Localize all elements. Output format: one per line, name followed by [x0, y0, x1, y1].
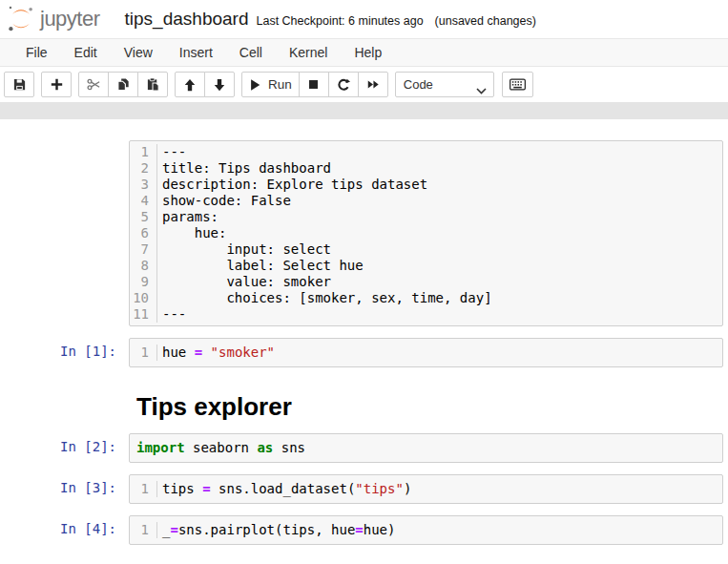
code-line: 1hue = "smoker" — [130, 345, 722, 361]
stop-icon — [307, 78, 320, 91]
fast-forward-icon — [366, 78, 380, 91]
cell-prompt: In [1]: — [0, 338, 129, 367]
markdown-heading: Tips explorer — [136, 392, 728, 422]
line-number: 1 — [130, 345, 157, 361]
copy-icon — [116, 77, 131, 92]
menu-view[interactable]: View — [111, 39, 166, 66]
menu-kernel[interactable]: Kernel — [276, 39, 341, 66]
arrow-up-icon — [183, 78, 197, 92]
cell-prompt: In [2]: — [0, 433, 129, 463]
code-line: 1tips = sns.load_dataset("tips") — [130, 481, 722, 497]
paste-cell-button[interactable] — [137, 72, 168, 97]
line-number: 6 — [130, 225, 157, 241]
code-line: 9 value: smoker — [130, 274, 722, 290]
code-line: 5params: — [130, 209, 722, 225]
line-number: 1 — [130, 522, 157, 538]
line-number: 11 — [130, 306, 157, 323]
keyboard-icon — [510, 78, 526, 91]
line-number: 1 — [130, 481, 157, 497]
app-header: jupyter tips_dashboard Last Checkpoint: … — [0, 0, 728, 38]
jupyter-logo-text: jupyter — [40, 7, 100, 31]
cell-input-area[interactable]: 1tips = sns.load_dataset("tips") — [129, 474, 723, 504]
cell-prompt — [0, 140, 129, 326]
menu-file[interactable]: File — [12, 39, 61, 66]
line-number: 8 — [130, 258, 157, 274]
move-cell-down-button[interactable] — [204, 72, 235, 97]
unsaved-changes-indicator: (unsaved changes) — [435, 14, 536, 28]
menu-help[interactable]: Help — [341, 39, 395, 66]
cut-cell-button[interactable] — [78, 72, 109, 97]
code-line: 7 input: select — [130, 241, 722, 258]
run-icon — [249, 78, 261, 92]
cell-prompt — [0, 379, 129, 426]
checkpoint-status: Last Checkpoint: 6 minutes ago — [256, 14, 423, 28]
copy-cell-button[interactable] — [108, 72, 138, 97]
code-line: 4show-code: False — [130, 193, 722, 209]
code-cell[interactable]: In [3]:1tips = sns.load_dataset("tips") — [0, 474, 728, 504]
code-cell[interactable]: In [1]:1hue = "smoker" — [0, 338, 728, 367]
jupyter-logo[interactable]: jupyter — [7, 5, 100, 33]
cut-icon — [87, 77, 101, 92]
cell-input-area[interactable]: import seaborn as sns — [129, 433, 723, 463]
celltype-dropdown-wrap: Code — [395, 72, 494, 97]
markdown-cell[interactable]: Tips explorer — [0, 379, 728, 426]
paste-icon — [146, 77, 160, 92]
restart-run-all-button[interactable] — [358, 72, 388, 97]
code-line: 2title: Tips dashboard — [130, 160, 722, 177]
menubar: File Edit View Insert Cell Kernel Help — [0, 38, 728, 67]
cell-prompt: In [3]: — [0, 474, 129, 504]
raw-cell[interactable]: 1---2title: Tips dashboard3description: … — [0, 140, 728, 326]
toolbar: Run Code — [0, 67, 728, 102]
line-number: 7 — [130, 241, 157, 258]
site-background-band — [0, 102, 728, 119]
add-cell-button[interactable] — [41, 72, 72, 97]
save-button[interactable] — [4, 72, 34, 97]
notebook: 1---2title: Tips dashboard3description: … — [0, 119, 728, 545]
code-line: 10 choices: [smoker, sex, time, day] — [130, 290, 722, 306]
line-number: 1 — [130, 144, 157, 160]
code-line: 11--- — [130, 306, 722, 323]
restart-icon — [337, 78, 350, 92]
restart-kernel-button[interactable] — [328, 72, 359, 97]
line-number: 9 — [130, 274, 157, 290]
run-button[interactable]: Run — [241, 72, 300, 97]
line-number: 5 — [130, 209, 157, 225]
code-cell[interactable]: In [2]:import seaborn as sns — [0, 433, 728, 463]
run-button-label: Run — [268, 77, 292, 92]
cell-input-area[interactable]: 1hue = "smoker" — [129, 338, 723, 367]
code-cell[interactable]: In [4]:1_=sns.pairplot(tips, hue=hue) — [0, 515, 728, 545]
code-line: import seaborn as sns — [130, 440, 722, 456]
jupyter-logo-icon — [7, 5, 35, 33]
line-number: 2 — [130, 160, 157, 177]
code-line: 1--- — [130, 144, 722, 160]
cell-input-area[interactable]: 1_=sns.pairplot(tips, hue=hue) — [129, 515, 723, 545]
add-cell-icon — [51, 78, 63, 91]
keyboard-shortcuts-button[interactable] — [502, 72, 533, 97]
interrupt-kernel-button[interactable] — [299, 72, 329, 97]
menu-edit[interactable]: Edit — [61, 39, 111, 66]
rendered-markdown: Tips explorer — [129, 379, 728, 426]
arrow-down-icon — [213, 78, 226, 92]
line-number: 10 — [130, 290, 157, 306]
move-cell-up-button[interactable] — [175, 72, 205, 97]
cell-prompt: In [4]: — [0, 515, 129, 545]
save-icon — [12, 77, 27, 92]
code-line: 1_=sns.pairplot(tips, hue=hue) — [130, 522, 722, 538]
celltype-dropdown[interactable]: Code — [395, 72, 494, 97]
menu-cell[interactable]: Cell — [226, 39, 276, 66]
line-number: 4 — [130, 193, 157, 209]
menu-insert[interactable]: Insert — [166, 39, 226, 66]
code-line: 6 hue: — [130, 225, 722, 241]
notebook-title[interactable]: tips_dashboard — [125, 9, 249, 30]
line-number: 3 — [130, 177, 157, 193]
code-line: 3description: Explore tips dataset — [130, 177, 722, 193]
code-line: 8 label: Select hue — [130, 258, 722, 274]
cell-input-area[interactable]: 1---2title: Tips dashboard3description: … — [129, 140, 723, 326]
